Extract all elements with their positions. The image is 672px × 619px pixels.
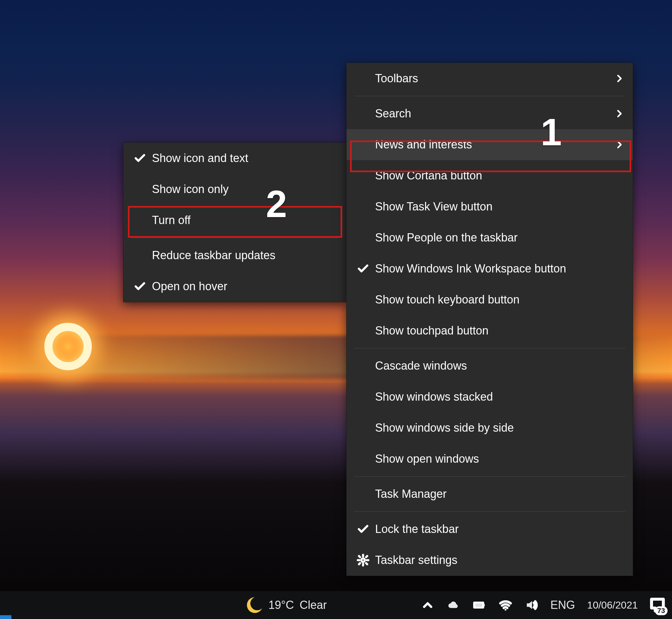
menu-item-cascade[interactable]: Cascade windows (347, 350, 633, 381)
menu-item-side-by-side[interactable]: Show windows side by side (347, 412, 633, 443)
menu-item-label: Show open windows (372, 452, 624, 466)
menu-item-label: Search (372, 107, 611, 120)
menu-item-label: Lock the taskbar (372, 523, 624, 536)
moon-icon (247, 597, 263, 613)
menu-item-turn-off[interactable]: Turn off (124, 205, 347, 236)
menu-item-label: Show windows side by side (372, 421, 624, 434)
menu-item-label: Show windows stacked (372, 390, 624, 404)
menu-item-label: Show touch keyboard button (372, 293, 624, 306)
check-icon (354, 262, 372, 275)
chevron-right-icon (611, 74, 624, 83)
wifi-icon[interactable] (498, 598, 513, 612)
menu-item-touch-keyboard[interactable]: Show touch keyboard button (347, 284, 633, 315)
menu-item-toolbars[interactable]: Toolbars (347, 63, 633, 94)
news-interests-submenu: Show icon and text Show icon only Turn o… (123, 142, 347, 302)
check-icon (131, 152, 149, 164)
menu-item-show-icon-only[interactable]: Show icon only (124, 174, 347, 205)
action-center-icon[interactable]: 73 (649, 596, 666, 614)
menu-item-label: Taskbar settings (372, 553, 624, 567)
menu-item-label: Task Manager (372, 487, 624, 501)
menu-item-people[interactable]: Show People on the taskbar (347, 222, 633, 253)
menu-item-label: Toolbars (372, 72, 611, 85)
menu-divider (354, 96, 625, 96)
menu-item-taskbar-settings[interactable]: Taskbar settings (347, 545, 633, 576)
taskbar-date[interactable]: 10/06/2021 (582, 599, 649, 611)
running-app-indicator[interactable] (0, 615, 11, 619)
menu-item-touchpad[interactable]: Show touchpad button (347, 315, 633, 346)
menu-item-label: Show touchpad button (372, 324, 624, 337)
volume-icon[interactable] (525, 598, 538, 612)
menu-item-label: Show icon only (149, 183, 338, 196)
menu-divider (354, 511, 625, 512)
menu-item-task-manager[interactable]: Task Manager (347, 479, 633, 509)
onedrive-icon[interactable] (447, 598, 461, 612)
notification-count-badge: 73 (655, 606, 668, 615)
svg-rect-3 (475, 604, 482, 606)
weather-widget[interactable]: 19°C Clear (0, 597, 336, 613)
menu-item-label: Cascade windows (372, 359, 624, 372)
battery-icon[interactable] (473, 598, 486, 612)
menu-item-label: Reduce taskbar updates (149, 249, 338, 262)
menu-item-open-windows[interactable]: Show open windows (347, 443, 633, 474)
menu-item-stacked[interactable]: Show windows stacked (347, 381, 633, 412)
menu-item-label: Show Cortana button (372, 169, 624, 182)
chevron-right-icon (611, 109, 624, 118)
menu-item-label: Show People on the taskbar (372, 231, 624, 244)
menu-item-show-icon-text[interactable]: Show icon and text (124, 143, 347, 174)
menu-item-label: Show Task View button (372, 200, 624, 213)
weather-temperature: 19°C (268, 599, 294, 612)
system-tray[interactable]: ENG (414, 598, 582, 612)
tray-overflow-icon[interactable] (421, 598, 434, 612)
taskbar-context-menu: Toolbars Search News and interests Show … (346, 63, 633, 576)
menu-item-label: Show icon and text (149, 152, 338, 165)
menu-item-label: Turn off (149, 214, 338, 227)
desktop-wallpaper: Show icon and text Show icon only Turn o… (0, 0, 672, 619)
menu-item-open-on-hover[interactable]: Open on hover (124, 271, 347, 302)
annotation-number-2: 2 (266, 182, 287, 226)
menu-divider (354, 348, 625, 348)
check-icon (131, 280, 149, 293)
menu-item-label: Open on hover (149, 280, 338, 293)
svg-point-0 (361, 559, 365, 562)
menu-item-taskview[interactable]: Show Task View button (347, 191, 633, 222)
menu-item-reduce-updates[interactable]: Reduce taskbar updates (124, 240, 347, 271)
weather-condition: Clear (299, 599, 327, 612)
svg-rect-2 (484, 604, 485, 606)
menu-item-label: News and interests (372, 138, 611, 151)
menu-item-label: Show Windows Ink Workspace button (372, 262, 624, 275)
menu-item-search[interactable]: Search (347, 98, 633, 129)
check-icon (354, 523, 372, 536)
gear-icon (354, 554, 372, 566)
menu-item-ink-workspace[interactable]: Show Windows Ink Workspace button (347, 253, 633, 284)
svg-point-4 (505, 609, 507, 611)
menu-divider (354, 476, 625, 477)
chevron-right-icon (611, 140, 624, 149)
menu-item-lock-taskbar[interactable]: Lock the taskbar (347, 513, 633, 545)
taskbar[interactable]: 19°C Clear ENG 10/06/2021 73 (0, 591, 672, 619)
wallpaper-sun (44, 323, 92, 370)
menu-item-news-interests[interactable]: News and interests (347, 129, 633, 160)
annotation-number-1: 1 (541, 110, 562, 154)
language-indicator[interactable]: ENG (550, 599, 575, 612)
menu-item-cortana[interactable]: Show Cortana button (347, 160, 633, 191)
